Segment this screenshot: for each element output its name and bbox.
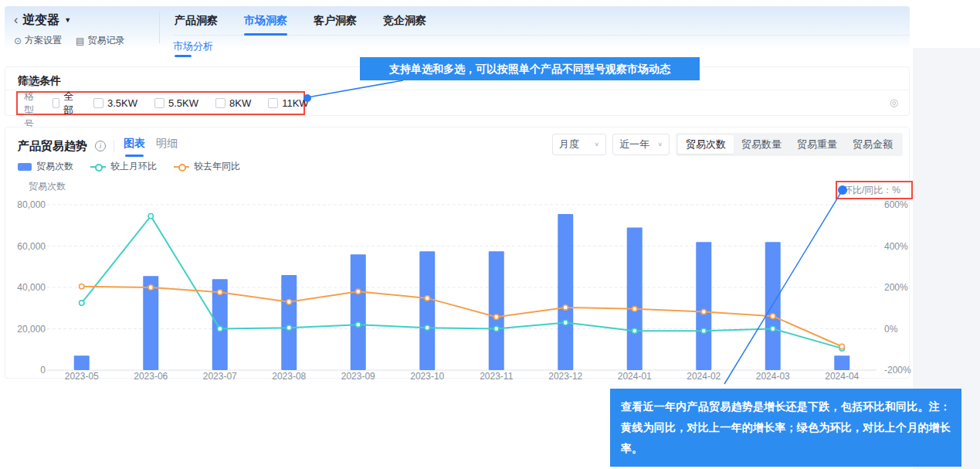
data-point-icon[interactable]	[771, 326, 775, 331]
tab-customer-insight[interactable]: 客户洞察	[312, 7, 358, 35]
data-point-icon[interactable]	[425, 296, 429, 301]
product-selector[interactable]: ‹ 逆变器 ▼	[14, 11, 124, 29]
subtab-market-analysis[interactable]: 市场分析	[173, 40, 213, 55]
data-point-icon[interactable]	[563, 305, 568, 310]
trade-records-label: 贸易记录	[87, 34, 124, 47]
right-axis-tick: -200%	[884, 365, 911, 376]
left-axis-tick: 20,000	[17, 324, 46, 335]
data-point-icon[interactable]	[218, 290, 222, 294]
filter-option-8kw[interactable]: 8KW	[215, 97, 251, 109]
filter-option-label: 5.5KW	[168, 97, 198, 109]
trend-tip-callout: 查看近一年内产品贸易趋势是增长还是下跌，包括环比和同比。注：黄线为同比，对比上一…	[610, 389, 961, 467]
trend-header-left: 产品贸易趋势 i 图表 明细	[18, 135, 179, 157]
data-point-icon[interactable]	[425, 325, 429, 330]
data-point-icon[interactable]	[839, 344, 844, 348]
tab-chart-view[interactable]: 图表	[122, 135, 147, 157]
data-point-icon[interactable]	[148, 214, 153, 219]
period-select-value: 月度	[559, 138, 579, 151]
metric-trade-amount[interactable]: 贸易金额	[845, 135, 900, 154]
info-icon[interactable]: i	[95, 141, 106, 151]
data-point-icon[interactable]	[80, 301, 84, 305]
line-yoy[interactable]	[82, 287, 843, 347]
tab-detail-view[interactable]: 明细	[154, 135, 179, 157]
x-axis-label: 2023-11	[480, 371, 513, 382]
data-point-icon[interactable]	[632, 328, 637, 333]
plan-settings-label: 方案设置	[25, 34, 62, 47]
target-icon: ⊙	[14, 36, 22, 46]
legend-label: 贸易次数	[36, 160, 73, 173]
document-icon: ▤	[76, 36, 84, 46]
bar-2023-12[interactable]	[558, 214, 573, 370]
filter-option-label: 全部	[63, 90, 76, 117]
data-point-icon[interactable]	[701, 328, 706, 333]
bar-2023-09[interactable]	[351, 254, 366, 370]
x-axis-label: 2023-10	[410, 371, 444, 382]
tab-product-insight[interactable]: 产品洞察	[173, 7, 219, 35]
right-axis-tick: 0%	[884, 324, 898, 335]
range-select-value: 近一年	[619, 138, 649, 151]
gear-icon[interactable]: ◎	[890, 97, 898, 108]
data-point-icon[interactable]	[701, 309, 706, 314]
right-axis-tick: 600%	[884, 199, 908, 210]
trend-combo-chart[interactable]: 0-200%20,0000%40,000200%60,000400%80,000…	[5, 177, 910, 379]
left-axis-tick: 80,000	[17, 199, 46, 210]
bar-2023-05[interactable]	[74, 355, 90, 370]
data-point-icon[interactable]	[771, 314, 775, 318]
top-header: ‹ 逆变器 ▼ ⊙ 方案设置 ▤ 贸易记录 产品洞察 市场洞察 客户洞察 竞企洞…	[5, 6, 910, 48]
plan-settings-link[interactable]: ⊙ 方案设置	[14, 34, 62, 47]
filter-option-3-5kw[interactable]: 3.5KW	[93, 97, 137, 109]
chart-legend: 贸易次数 较上月环比 较去年同比	[18, 160, 240, 173]
line-marker-icon	[90, 163, 106, 171]
product-name: 逆变器	[22, 12, 59, 29]
filter-option-5-5kw[interactable]: 5.5KW	[154, 97, 198, 109]
x-axis-label: 2023-09	[341, 371, 375, 382]
data-point-icon[interactable]	[632, 307, 637, 311]
bar-2023-11[interactable]	[489, 251, 504, 370]
x-axis-label: 2023-12	[548, 371, 582, 382]
filter-tip-callout: 支持单选和多选，可以按照单个产品不同型号观察市场动态	[360, 57, 700, 80]
data-point-icon[interactable]	[287, 300, 291, 304]
product-selector-block: ‹ 逆变器 ▼ ⊙ 方案设置 ▤ 贸易记录	[14, 11, 124, 47]
sub-tabs: 市场分析	[173, 39, 213, 53]
header-divider	[159, 12, 160, 43]
left-axis-tick: 60,000	[17, 241, 46, 252]
metric-trade-count[interactable]: 贸易次数	[678, 135, 734, 154]
trend-section-title: 产品贸易趋势	[18, 139, 87, 154]
trade-records-link[interactable]: ▤ 贸易记录	[76, 34, 124, 47]
filter-option-11kw[interactable]: 11KW	[268, 97, 308, 109]
data-point-icon[interactable]	[494, 314, 499, 319]
x-axis-label: 2023-06	[134, 371, 168, 382]
x-axis-label: 2024-02	[687, 371, 721, 382]
bar-2024-02[interactable]	[696, 242, 711, 370]
data-point-icon[interactable]	[563, 320, 568, 325]
trend-header-right: 月度 ∨ 近一年 ∨ 贸易次数 贸易数量 贸易重量 贸易金额	[552, 133, 903, 156]
back-chevron-icon[interactable]: ‹	[14, 14, 18, 26]
checkbox-icon	[93, 98, 103, 108]
data-point-icon[interactable]	[80, 284, 84, 288]
left-axis-tick: 0	[40, 365, 46, 376]
data-point-icon[interactable]	[356, 289, 361, 294]
metric-trade-quantity[interactable]: 贸易数量	[734, 135, 789, 154]
metric-trade-weight[interactable]: 贸易重量	[789, 135, 845, 154]
data-point-icon[interactable]	[356, 322, 361, 327]
bar-2023-08[interactable]	[281, 275, 297, 370]
period-select[interactable]: 月度 ∨	[552, 134, 606, 155]
bar-2024-03[interactable]	[765, 242, 781, 370]
bar-2023-10[interactable]	[419, 251, 435, 370]
data-point-icon[interactable]	[218, 326, 222, 331]
caret-down-icon[interactable]: ▼	[64, 16, 71, 24]
x-axis-label: 2023-07	[203, 371, 237, 382]
tab-market-insight[interactable]: 市场洞察	[242, 7, 289, 35]
tab-competitor-insight[interactable]: 竞企洞察	[381, 7, 428, 35]
data-point-icon[interactable]	[148, 285, 153, 290]
bar-2024-01[interactable]	[627, 227, 643, 370]
range-select[interactable]: 近一年 ∨	[612, 134, 670, 155]
bar-2024-04[interactable]	[834, 355, 849, 370]
legend-mom[interactable]: 较上月环比	[90, 160, 157, 173]
legend-trade-count[interactable]: 贸易次数	[18, 160, 73, 173]
legend-yoy[interactable]: 较去年同比	[174, 160, 240, 173]
data-point-icon[interactable]	[494, 326, 499, 331]
chevron-down-icon: ∨	[657, 141, 663, 148]
filter-option-all[interactable]: 全部	[53, 90, 76, 117]
data-point-icon[interactable]	[287, 325, 291, 330]
